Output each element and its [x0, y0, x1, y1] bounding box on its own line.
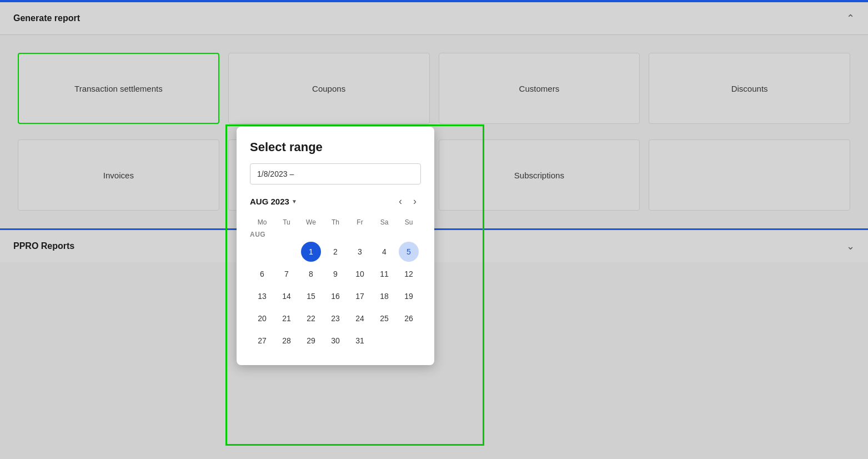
cal-cell-20[interactable]: 20: [252, 308, 272, 328]
cal-cell-15[interactable]: 15: [301, 286, 321, 306]
card-label: Invoices: [103, 171, 134, 180]
ppro-title: PPRO Reports: [13, 241, 74, 251]
report-cards-row1: Transaction settlements Coupons Customer…: [0, 35, 868, 135]
cal-cell-31[interactable]: 31: [350, 331, 370, 351]
cal-cell-empty: [399, 331, 419, 351]
cal-cell-22[interactable]: 22: [301, 308, 321, 328]
card-invoices[interactable]: Invoices: [18, 139, 219, 211]
cal-cell-2[interactable]: 2: [325, 242, 345, 262]
calendar-month-section-label: AUG: [250, 231, 421, 238]
generate-report-header: Generate report ⌃: [0, 2, 868, 35]
cal-cell-empty: [277, 242, 297, 262]
cal-cell-11[interactable]: 11: [374, 264, 394, 284]
cal-cell-26[interactable]: 26: [399, 308, 419, 328]
cal-cell-21[interactable]: 21: [277, 308, 297, 328]
month-text: AUG 2023: [250, 197, 289, 206]
calendar-grid: 1 2 3 4 5 6 7 8 9 10 11 12 13 14 15 16 1…: [250, 241, 421, 352]
cal-cell-19[interactable]: 19: [399, 286, 419, 306]
cal-cell-16[interactable]: 16: [325, 286, 345, 306]
cal-cell-14[interactable]: 14: [277, 286, 297, 306]
cal-cell-4[interactable]: 4: [374, 242, 394, 262]
cal-cell-empty: [252, 242, 272, 262]
cal-cell-1[interactable]: 1: [301, 242, 321, 262]
card-subscriptions[interactable]: Subscriptions: [439, 139, 640, 211]
day-tu: Tu: [274, 216, 299, 228]
expand-icon[interactable]: ⌄: [846, 240, 855, 252]
next-month-button[interactable]: ›: [409, 193, 421, 209]
cal-cell-25[interactable]: 25: [374, 308, 394, 328]
card-label: Transaction settlements: [74, 84, 163, 93]
card-customers[interactable]: Customers: [439, 53, 640, 124]
prev-month-button[interactable]: ‹: [394, 193, 407, 209]
card-label: Customers: [519, 84, 560, 93]
day-fr: Fr: [348, 216, 372, 228]
calendar-modal: Select range AUG 2023 ▼ ‹ › Mo Tu We Th …: [237, 127, 434, 365]
cal-cell-27[interactable]: 27: [252, 331, 272, 351]
card-label: Discounts: [731, 84, 768, 93]
cal-cell-12[interactable]: 12: [399, 264, 419, 284]
month-dropdown-arrow: ▼: [292, 198, 297, 204]
cal-cell-28[interactable]: 28: [277, 331, 297, 351]
day-sa: Sa: [372, 216, 397, 228]
collapse-icon[interactable]: ⌃: [846, 12, 855, 24]
card-label: Subscriptions: [514, 171, 564, 180]
day-mo: Mo: [250, 216, 274, 228]
cal-cell-empty: [374, 331, 394, 351]
cal-cell-6[interactable]: 6: [252, 264, 272, 284]
month-label[interactable]: AUG 2023 ▼: [250, 197, 297, 206]
generate-report-title: Generate report: [13, 13, 80, 23]
cal-cell-7[interactable]: 7: [277, 264, 297, 284]
card-discounts[interactable]: Discounts: [649, 53, 850, 124]
cal-cell-29[interactable]: 29: [301, 331, 321, 351]
cal-cell-13[interactable]: 13: [252, 286, 272, 306]
day-we: We: [299, 216, 323, 228]
card-empty-2[interactable]: [649, 139, 850, 211]
card-coupons[interactable]: Coupons: [228, 53, 430, 124]
calendar-day-names: Mo Tu We Th Fr Sa Su: [250, 216, 421, 228]
modal-title: Select range: [250, 140, 421, 154]
cal-cell-3[interactable]: 3: [350, 242, 370, 262]
cal-cell-10[interactable]: 10: [350, 264, 370, 284]
cal-cell-24[interactable]: 24: [350, 308, 370, 328]
cal-cell-9[interactable]: 9: [325, 264, 345, 284]
cal-cell-18[interactable]: 18: [374, 286, 394, 306]
card-label: Coupons: [312, 84, 345, 93]
day-th: Th: [323, 216, 348, 228]
cal-cell-23[interactable]: 23: [325, 308, 345, 328]
cal-cell-30[interactable]: 30: [325, 331, 345, 351]
month-nav-buttons: ‹ ›: [394, 193, 421, 209]
card-transaction-settlements[interactable]: Transaction settlements: [18, 53, 219, 124]
date-range-input[interactable]: [250, 163, 421, 184]
cal-cell-8[interactable]: 8: [301, 264, 321, 284]
month-navigation: AUG 2023 ▼ ‹ ›: [250, 193, 421, 209]
day-su: Su: [397, 216, 421, 228]
cal-cell-5[interactable]: 5: [399, 242, 419, 262]
main-container: Generate report ⌃ Transaction settlement…: [0, 2, 868, 459]
cal-cell-17[interactable]: 17: [350, 286, 370, 306]
